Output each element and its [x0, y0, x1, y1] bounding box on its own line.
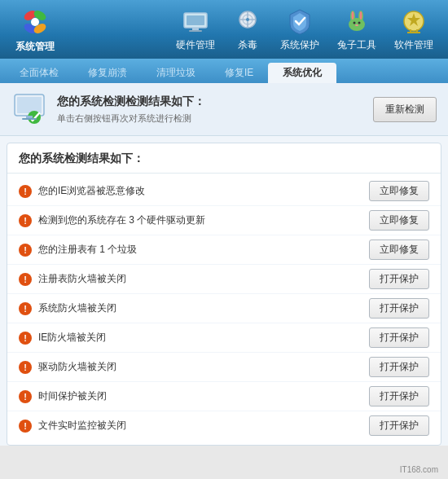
software-icon — [399, 7, 428, 36]
nav-hardware-label: 硬件管理 — [176, 38, 215, 52]
table-row: !驱动防火墙被关闭打开保护 — [7, 353, 441, 382]
svg-point-19 — [360, 11, 362, 20]
hardware-icon — [181, 7, 210, 36]
result-text: 注册表防火墙被关闭 — [38, 272, 362, 286]
protect-icon — [285, 7, 314, 36]
protect-button[interactable]: 打开保护 — [369, 269, 429, 289]
fix-button[interactable]: 立即修复 — [369, 240, 429, 260]
logo-area: 系统管理 — [7, 6, 64, 54]
nav-protect[interactable]: 系统保护 — [272, 3, 327, 55]
warning-icon: ! — [19, 361, 32, 374]
table-row: !注册表防火墙被关闭打开保护 — [7, 265, 441, 294]
svg-rect-28 — [17, 97, 42, 113]
protect-button[interactable]: 打开保护 — [369, 386, 429, 406]
svg-rect-30 — [26, 116, 33, 118]
warning-icon: ! — [19, 214, 32, 227]
warning-icon: ! — [19, 332, 32, 345]
svg-rect-31 — [22, 118, 37, 120]
protect-button[interactable]: 打开保护 — [369, 327, 429, 348]
result-text: 驱动防火墙被关闭 — [38, 360, 362, 374]
result-text: 文件实时监控被关闭 — [38, 419, 362, 433]
warning-icon: ! — [19, 185, 32, 198]
app-logo-icon — [19, 6, 51, 38]
tab-clean-junk[interactable]: 清理垃圾 — [142, 63, 210, 83]
svg-point-18 — [352, 11, 354, 20]
protect-button[interactable]: 打开保护 — [369, 298, 429, 319]
result-text: 您的IE浏览器被恶意修改 — [38, 184, 362, 198]
header-nav: 硬件管理 杀毒 系统保护 — [67, 3, 441, 55]
header: 系统管理 硬件管理 — [0, 0, 448, 59]
table-row: !您的注册表有 1 个垃圾立即修复 — [7, 235, 441, 265]
result-banner: 您的系统检测检测结果如下： 单击右侧按钮再次对系统进行检测 重新检测 — [0, 83, 448, 136]
tab-optimize[interactable]: 系统优化 — [268, 63, 336, 83]
fix-button[interactable]: 立即修复 — [369, 181, 429, 201]
result-text: 检测到您的系统存在 3 个硬件驱动更新 — [38, 213, 362, 227]
svg-rect-9 — [189, 30, 202, 32]
svg-point-20 — [354, 22, 356, 24]
svg-point-5 — [31, 18, 39, 26]
results-title: 您的系统检测结果如下： — [7, 152, 441, 174]
nav-hardware[interactable]: 硬件管理 — [168, 3, 223, 55]
banner-title: 您的系统检测检测结果如下： — [57, 94, 363, 109]
svg-point-14 — [246, 18, 249, 21]
result-text: 系统防火墙被关闭 — [38, 301, 362, 315]
svg-rect-7 — [187, 15, 204, 25]
main-content: 您的系统检测检测结果如下： 单击右侧按钮再次对系统进行检测 重新检测 您的系统检… — [0, 83, 448, 446]
result-text: IE防火墙被关闭 — [38, 331, 362, 345]
table-row: !系统防火墙被关闭打开保护 — [7, 294, 441, 323]
table-row: !IE防火墙被关闭打开保护 — [7, 323, 441, 353]
results-list: !您的IE浏览器被恶意修改立即修复!检测到您的系统存在 3 个硬件驱动更新立即修… — [7, 177, 441, 440]
protect-button[interactable]: 打开保护 — [369, 415, 429, 436]
table-row: !检测到您的系统存在 3 个硬件驱动更新立即修复 — [7, 206, 441, 235]
table-row: !时间保护被关闭打开保护 — [7, 382, 441, 411]
svg-point-21 — [358, 22, 361, 24]
footer-watermark: IT168.com — [400, 465, 438, 474]
rabbit-icon — [342, 7, 371, 36]
nav-kill[interactable]: 杀毒 — [225, 3, 270, 55]
recheck-button[interactable]: 重新检测 — [373, 97, 437, 122]
tab-repair-errors[interactable]: 修复崩溃 — [73, 63, 142, 83]
result-text: 您的注册表有 1 个垃圾 — [38, 243, 362, 257]
fix-button[interactable]: 立即修复 — [369, 210, 429, 231]
nav-rabbit[interactable]: 兔子工具 — [329, 3, 384, 55]
tab-repair-ie[interactable]: 修复IE — [210, 63, 268, 83]
svg-rect-8 — [192, 28, 199, 30]
nav-software[interactable]: 软件管理 — [386, 3, 441, 55]
table-row: !您的IE浏览器被恶意修改立即修复 — [7, 177, 441, 206]
banner-subtitle: 单击右侧按钮再次对系统进行检测 — [57, 112, 363, 125]
warning-icon: ! — [19, 244, 32, 257]
tab-full-check[interactable]: 全面体检 — [5, 63, 73, 83]
kill-icon — [233, 7, 262, 36]
tab-bar: 全面体检 修复崩溃 清理垃圾 修复IE 系统优化 — [0, 59, 448, 83]
results-section: 您的系统检测结果如下： !您的IE浏览器被恶意修改立即修复!检测到您的系统存在 … — [7, 143, 441, 446]
result-text: 时间保护被关闭 — [38, 389, 362, 403]
svg-point-22 — [355, 24, 358, 26]
warning-icon: ! — [19, 420, 32, 433]
warning-icon: ! — [19, 273, 32, 286]
logo-text: 系统管理 — [15, 40, 55, 54]
protect-button[interactable]: 打开保护 — [369, 357, 429, 377]
warning-icon: ! — [19, 302, 32, 315]
table-row: !文件实时监控被关闭打开保护 — [7, 411, 441, 440]
nav-kill-label: 杀毒 — [238, 38, 257, 52]
warning-icon: ! — [19, 390, 32, 403]
nav-protect-label: 系统保护 — [280, 38, 319, 52]
monitor-icon — [11, 91, 47, 127]
nav-rabbit-label: 兔子工具 — [337, 38, 376, 52]
nav-software-label: 软件管理 — [394, 38, 433, 52]
banner-text-area: 您的系统检测检测结果如下： 单击右侧按钮再次对系统进行检测 — [57, 94, 363, 125]
